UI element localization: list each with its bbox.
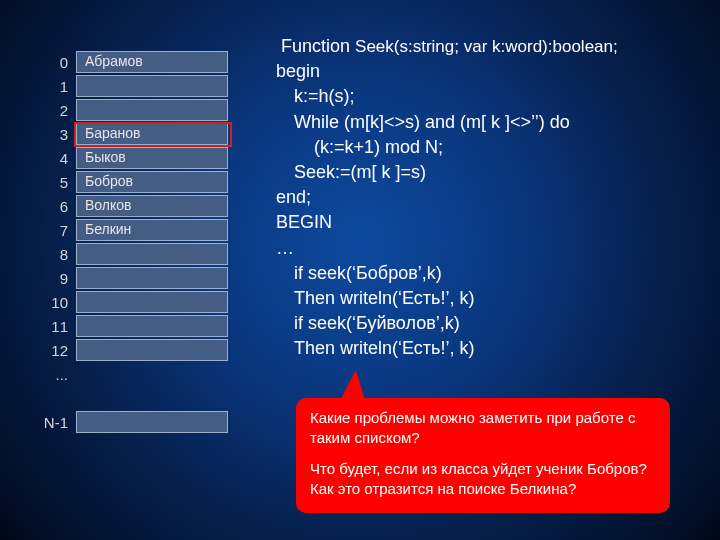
table-row: 8 (40, 242, 228, 266)
hash-table: 0Абрамов123Баранов4Быков5Бобров6Волков7Б… (40, 50, 228, 434)
code-line-7: end; (276, 185, 696, 210)
row-cell: Баранов (76, 123, 228, 145)
table-row: 4Быков (40, 146, 228, 170)
row-index: 3 (40, 126, 76, 143)
row-index: 5 (40, 174, 76, 191)
table-row: ... (40, 362, 228, 386)
row-index: N-1 (40, 414, 76, 431)
table-row: 11 (40, 314, 228, 338)
row-cell (76, 315, 228, 337)
row-cell (76, 339, 228, 361)
slide: 0Абрамов123Баранов4Быков5Бобров6Волков7Б… (0, 0, 720, 540)
table-row (40, 386, 228, 410)
row-index: 10 (40, 294, 76, 311)
row-index: 6 (40, 198, 76, 215)
row-index: 11 (40, 318, 76, 335)
row-index: 7 (40, 222, 76, 239)
table-row: 9 (40, 266, 228, 290)
row-index: 4 (40, 150, 76, 167)
fn-keyword: Function (276, 36, 355, 56)
code-block: Function Seek(s:string; var k:word):bool… (276, 34, 696, 361)
table-row: 12 (40, 338, 228, 362)
row-index: 0 (40, 54, 76, 71)
callout-question-1: Какие проблемы можно заметить при работе… (310, 408, 656, 449)
row-cell (76, 243, 228, 265)
row-index: ... (40, 366, 76, 383)
callout: Какие проблемы можно заметить при работе… (296, 398, 670, 513)
table-row: 5Бобров (40, 170, 228, 194)
table-row: N-1 (40, 410, 228, 434)
code-line-3: k:=h(s); (276, 84, 696, 109)
row-cell: Абрамов (76, 51, 228, 73)
callout-question-2: Что будет, если из класса уйдет ученик Б… (310, 459, 656, 500)
code-line-4: While (m[k]<>s) and (m[ k ]<>’’) do (276, 110, 696, 135)
row-index: 2 (40, 102, 76, 119)
row-cell: Бобров (76, 171, 228, 193)
code-line-13: Then writeln(‘Есть!’, k) (276, 336, 696, 361)
row-cell (76, 411, 228, 433)
callout-box: Какие проблемы можно заметить при работе… (296, 398, 670, 513)
row-cell (76, 99, 228, 121)
row-cell (76, 75, 228, 97)
row-index: 9 (40, 270, 76, 287)
row-cell (76, 267, 228, 289)
highlight-box (74, 122, 232, 147)
table-row: 10 (40, 290, 228, 314)
row-cell: Белкин (76, 219, 228, 241)
code-line-8: BEGIN (276, 210, 696, 235)
row-index: 8 (40, 246, 76, 263)
code-line-10: if seek(‘Бобров’,k) (276, 261, 696, 286)
row-cell (76, 291, 228, 313)
row-cell: Быков (76, 147, 228, 169)
table-row: 0Абрамов (40, 50, 228, 74)
row-cell: Волков (76, 195, 228, 217)
table-row: 1 (40, 74, 228, 98)
table-row: 6Волков (40, 194, 228, 218)
code-line-6: Seek:=(m[ k ]=s) (276, 160, 696, 185)
table-row: 7Белкин (40, 218, 228, 242)
code-line-2: begin (276, 59, 696, 84)
code-line-1: Function Seek(s:string; var k:word):bool… (276, 34, 696, 59)
row-index: 12 (40, 342, 76, 359)
code-line-5: (k:=k+1) mod N; (276, 135, 696, 160)
fn-signature: Seek(s:string; var k:word):boolean; (355, 37, 618, 56)
row-index: 1 (40, 78, 76, 95)
code-line-12: if seek(‘Буйволов’,k) (276, 311, 696, 336)
code-line-11: Then writeln(‘Есть!’, k) (276, 286, 696, 311)
table-row: 2 (40, 98, 228, 122)
code-line-9: … (276, 236, 696, 261)
table-row: 3Баранов (40, 122, 228, 146)
